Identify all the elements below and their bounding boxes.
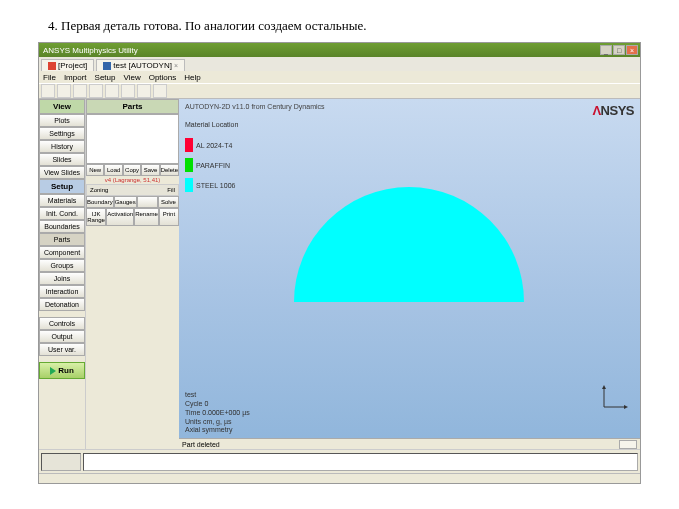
sidebar-item-parts[interactable]: Parts xyxy=(39,233,85,246)
legend-swatch xyxy=(185,178,193,192)
sidebar-item-settings[interactable]: Settings xyxy=(39,127,85,140)
sidebar-item-interaction[interactable]: Interaction xyxy=(39,285,85,298)
info-line: Units cm, g, µs xyxy=(185,418,250,427)
sidebar-item-boundaries[interactable]: Boundaries xyxy=(39,220,85,233)
info-line: test xyxy=(185,391,250,400)
parts-solve-button[interactable]: Solve xyxy=(158,196,179,208)
sidebar-item-detonation[interactable]: Detonation xyxy=(39,298,85,311)
menu-view[interactable]: View xyxy=(123,73,140,82)
parts-preview xyxy=(86,114,179,164)
sidebar-item-user-var[interactable]: User var. xyxy=(39,343,85,356)
parts-new-button[interactable]: New xyxy=(86,164,104,176)
parts-boundary-button[interactable]: Boundary xyxy=(86,196,114,208)
parts-copy-button[interactable]: Copy xyxy=(123,164,141,176)
toolbar-button[interactable] xyxy=(121,84,135,98)
sidebar-item-view-slides[interactable]: View Slides xyxy=(39,166,85,179)
app-statusbar xyxy=(39,473,640,483)
sidebar-header-setup: Setup xyxy=(39,179,85,194)
viewport-info: test Cycle 0 Time 0.000E+000 µs Units cm… xyxy=(185,391,250,435)
svg-marker-2 xyxy=(602,385,606,389)
status-dropdown[interactable] xyxy=(619,440,637,449)
sidebar-left: View Plots Settings History Slides View … xyxy=(39,99,85,449)
svg-marker-3 xyxy=(624,405,628,409)
tab-project[interactable]: [Project] xyxy=(41,59,94,71)
tab-icon xyxy=(103,62,111,70)
parts-save-button[interactable]: Save xyxy=(141,164,159,176)
status-message: Part deleted xyxy=(182,441,619,448)
menu-options[interactable]: Options xyxy=(149,73,177,82)
toolbar-button[interactable] xyxy=(41,84,55,98)
legend-item: PARAFFIN xyxy=(185,158,238,172)
sidebar-item-history[interactable]: History xyxy=(39,140,85,153)
axis-triad-icon xyxy=(600,381,630,411)
menu-file[interactable]: File xyxy=(43,73,56,82)
parts-load-button[interactable]: Load xyxy=(104,164,122,176)
sidebar-item-controls[interactable]: Controls xyxy=(39,317,85,330)
tab-icon xyxy=(48,62,56,70)
toolbar-button[interactable] xyxy=(89,84,103,98)
sidebar-parts: Parts New Load Copy Save Delete v4 (Lagr… xyxy=(85,99,179,449)
info-line: Cycle 0 xyxy=(185,400,250,409)
parts-gauges-button[interactable]: Gauges xyxy=(114,196,137,208)
sidebar-item-joins[interactable]: Joins xyxy=(39,272,85,285)
command-bar xyxy=(39,449,640,473)
legend: Material Location AL 2024-T4 PARAFFIN xyxy=(185,121,238,198)
sidebar-item-slides[interactable]: Slides xyxy=(39,153,85,166)
menu-setup[interactable]: Setup xyxy=(95,73,116,82)
parts-activation-button[interactable]: Activation xyxy=(106,208,134,226)
parts-empty-button[interactable] xyxy=(137,196,158,208)
sidebar-item-plots[interactable]: Plots xyxy=(39,114,85,127)
tab-label: [Project] xyxy=(58,61,87,70)
tab-close-icon[interactable]: × xyxy=(174,62,178,69)
parts-rename-button[interactable]: Rename xyxy=(134,208,159,226)
sidebar-item-component[interactable]: Component xyxy=(39,246,85,259)
parts-delete-button[interactable]: Delete xyxy=(160,164,179,176)
legend-header: Material Location xyxy=(185,121,238,128)
run-label: Run xyxy=(58,366,74,375)
command-list[interactable] xyxy=(41,453,81,471)
sidebar-item-groups[interactable]: Groups xyxy=(39,259,85,272)
parts-print-button[interactable]: Print xyxy=(159,208,179,226)
toolbar xyxy=(39,83,640,99)
menu-import[interactable]: Import xyxy=(64,73,87,82)
parts-ijk-button[interactable]: IJK Range xyxy=(86,208,106,226)
tab-autodyn[interactable]: test [AUTODYN] × xyxy=(96,59,185,71)
toolbar-button[interactable] xyxy=(137,84,151,98)
fill-label: Fill xyxy=(167,187,175,193)
menubar: File Import Setup View Options Help xyxy=(39,71,640,83)
minimize-button[interactable]: _ xyxy=(600,45,612,55)
viewport-title: AUTODYN-2D v11.0 from Century Dynamics xyxy=(185,103,325,110)
app-window: ANSYS Multiphysics Utility _ □ × [Projec… xyxy=(38,42,641,484)
legend-label: PARAFFIN xyxy=(196,162,230,169)
parts-header: Parts xyxy=(86,99,179,114)
window-close-button[interactable]: × xyxy=(626,45,638,55)
titlebar: ANSYS Multiphysics Utility _ □ × xyxy=(39,43,640,57)
model-geometry xyxy=(294,187,524,302)
instruction-text: 4. Первая деталь готова. По аналогии соз… xyxy=(0,0,679,42)
sidebar-item-init-cond[interactable]: Init. Cond. xyxy=(39,207,85,220)
info-line: Time 0.000E+000 µs xyxy=(185,409,250,418)
legend-items: AL 2024-T4 PARAFFIN STEEL 1006 xyxy=(185,138,238,192)
viewport[interactable]: AUTODYN-2D v11.0 from Century Dynamics Λ… xyxy=(179,99,640,449)
info-line: Axial symmetry xyxy=(185,426,250,435)
ansys-logo: ΛNSYS xyxy=(592,103,634,118)
toolbar-button[interactable] xyxy=(57,84,71,98)
toolbar-button[interactable] xyxy=(105,84,119,98)
legend-label: AL 2024-T4 xyxy=(196,142,232,149)
maximize-button[interactable]: □ xyxy=(613,45,625,55)
legend-label: STEEL 1006 xyxy=(196,182,235,189)
command-input[interactable] xyxy=(83,453,638,471)
play-icon xyxy=(50,367,56,375)
viewport-statusbar: Part deleted xyxy=(179,438,640,449)
sidebar-header-view: View xyxy=(39,99,85,114)
toolbar-button[interactable] xyxy=(153,84,167,98)
zoning-label: Zoning xyxy=(90,187,108,193)
run-button[interactable]: Run xyxy=(39,362,85,379)
sidebar-item-materials[interactable]: Materials xyxy=(39,194,85,207)
toolbar-button[interactable] xyxy=(73,84,87,98)
legend-item: STEEL 1006 xyxy=(185,178,238,192)
sidebar-item-output[interactable]: Output xyxy=(39,330,85,343)
legend-swatch xyxy=(185,158,193,172)
menu-help[interactable]: Help xyxy=(184,73,200,82)
parts-subheader[interactable]: Zoning Fill xyxy=(86,184,179,196)
